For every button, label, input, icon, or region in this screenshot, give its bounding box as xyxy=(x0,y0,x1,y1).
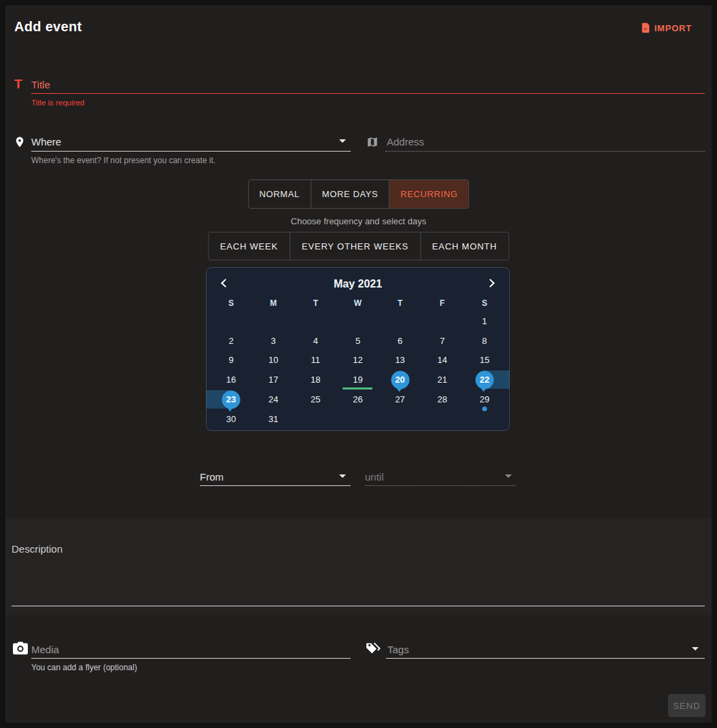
calendar-header: May 2021 xyxy=(210,275,506,294)
address-input: Address xyxy=(387,136,424,148)
import-file-icon xyxy=(640,22,651,34)
calendar-day-18[interactable]: 18 xyxy=(294,370,336,389)
import-button[interactable]: IMPORT xyxy=(640,22,692,34)
frequency-each-month[interactable]: EACH MONTH xyxy=(421,232,508,260)
tags-dropdown-arrow[interactable] xyxy=(692,647,699,651)
calendar-day-31[interactable]: 31 xyxy=(252,409,294,429)
calendar-empty-cell xyxy=(421,409,464,429)
calendar-day-20[interactable]: 20 xyxy=(379,370,421,389)
day-number: 4 xyxy=(313,336,318,346)
tab-more-days[interactable]: MORE DAYS xyxy=(311,180,389,208)
calendar-day-24[interactable]: 24 xyxy=(252,389,294,409)
address-underline xyxy=(385,151,705,152)
tab-recurring[interactable]: RECURRING xyxy=(389,180,468,208)
calendar-empty-cell xyxy=(294,311,336,331)
calendar-empty-cell xyxy=(210,311,252,331)
description-underline xyxy=(12,606,705,606)
location-pin-icon xyxy=(14,135,26,152)
calendar-day-4[interactable]: 4 xyxy=(294,331,336,351)
calendar-day-13[interactable]: 13 xyxy=(379,351,421,370)
calendar-day-6[interactable]: 6 xyxy=(379,331,421,351)
calendar: May 2021 SMTWTFS 12345678910111213141516… xyxy=(206,267,510,431)
calendar-day-16[interactable]: 16 xyxy=(210,370,252,389)
calendar-day-3[interactable]: 3 xyxy=(252,331,294,351)
calendar-day-9[interactable]: 9 xyxy=(210,351,252,370)
day-number: 10 xyxy=(268,355,278,365)
where-select[interactable]: Where xyxy=(31,136,61,148)
until-underline xyxy=(365,485,515,486)
day-number: 23 xyxy=(226,394,236,404)
calendar-day-2[interactable]: 2 xyxy=(210,331,252,351)
day-number: 26 xyxy=(353,394,362,404)
day-number: 17 xyxy=(268,375,278,385)
where-dropdown-arrow[interactable] xyxy=(339,139,346,143)
calendar-day-26[interactable]: 26 xyxy=(336,389,379,409)
weekday-label: T xyxy=(379,295,421,311)
weekday-label: W xyxy=(336,295,379,311)
day-number: 12 xyxy=(353,355,362,365)
calendar-day-14[interactable]: 14 xyxy=(421,351,464,370)
calendar-day-28[interactable]: 28 xyxy=(421,389,464,409)
map-icon xyxy=(366,136,379,151)
media-input[interactable]: Media xyxy=(31,644,59,655)
day-number: 8 xyxy=(482,336,487,346)
where-underline xyxy=(31,151,351,152)
calendar-empty-cell xyxy=(379,311,421,331)
calendar-day-23[interactable]: 23 xyxy=(210,389,252,409)
calendar-day-17[interactable]: 17 xyxy=(252,370,294,389)
day-number: 18 xyxy=(311,375,320,385)
calendar-day-10[interactable]: 10 xyxy=(252,351,294,370)
calendar-empty-cell xyxy=(421,311,464,331)
calendar-day-25[interactable]: 25 xyxy=(294,389,336,409)
frequency-each-week[interactable]: EACH WEEK xyxy=(209,232,290,260)
frequency-every-other-weeks[interactable]: EVERY OTHER WEEKS xyxy=(290,232,421,260)
calendar-day-15[interactable]: 15 xyxy=(464,351,506,370)
day-number: 2 xyxy=(228,336,233,346)
calendar-day-8[interactable]: 8 xyxy=(464,331,506,351)
media-underline xyxy=(31,658,351,659)
calendar-day-27[interactable]: 27 xyxy=(379,389,421,409)
tags-select[interactable]: Tags xyxy=(387,644,409,655)
day-number: 31 xyxy=(268,414,278,424)
send-button[interactable]: SEND xyxy=(668,694,705,717)
from-dropdown-arrow[interactable] xyxy=(339,474,346,478)
calendar-empty-cell xyxy=(379,409,421,429)
day-number: 27 xyxy=(395,394,404,404)
calendar-empty-cell xyxy=(336,311,379,331)
calendar-day-12[interactable]: 12 xyxy=(336,351,379,370)
day-number: 22 xyxy=(480,375,489,385)
day-number: 5 xyxy=(355,336,360,346)
day-number: 24 xyxy=(268,394,278,404)
calendar-day-5[interactable]: 5 xyxy=(336,331,379,351)
calendar-day-30[interactable]: 30 xyxy=(210,409,252,429)
calendar-day-7[interactable]: 7 xyxy=(421,331,464,351)
calendar-day-21[interactable]: 21 xyxy=(421,370,464,389)
from-time-select[interactable]: From xyxy=(200,471,224,483)
day-number: 19 xyxy=(353,375,362,385)
calendar-prev-icon[interactable] xyxy=(221,279,230,288)
calendar-day-1[interactable]: 1 xyxy=(464,311,506,331)
title-input[interactable]: Title xyxy=(31,79,50,90)
day-number: 30 xyxy=(226,414,236,424)
calendar-weekday-row: SMTWTFS xyxy=(210,295,506,311)
import-label: IMPORT xyxy=(654,23,692,33)
day-number: 15 xyxy=(480,355,489,365)
tab-normal[interactable]: NORMAL xyxy=(249,180,311,208)
weekday-label: S xyxy=(210,295,252,311)
event-mode-tabs: NORMALMORE DAYSRECURRING xyxy=(248,179,470,209)
calendar-day-22[interactable]: 22 xyxy=(464,370,506,389)
where-hint: Where's the event? If not present you ca… xyxy=(31,156,215,165)
day-number: 16 xyxy=(226,375,236,385)
camera-icon xyxy=(13,642,28,657)
day-number: 3 xyxy=(271,336,276,346)
day-number: 9 xyxy=(228,355,233,365)
frequency-hint: Choose frequency and select days xyxy=(5,216,712,226)
calendar-day-19[interactable]: 19 xyxy=(336,370,379,389)
day-number: 29 xyxy=(480,394,489,404)
calendar-next-icon[interactable] xyxy=(486,279,495,288)
day-number: 21 xyxy=(438,375,447,385)
calendar-day-29[interactable]: 29 xyxy=(464,389,506,409)
day-number: 25 xyxy=(311,394,320,404)
calendar-day-11[interactable]: 11 xyxy=(294,351,336,370)
description-textarea[interactable]: Description xyxy=(12,543,63,555)
